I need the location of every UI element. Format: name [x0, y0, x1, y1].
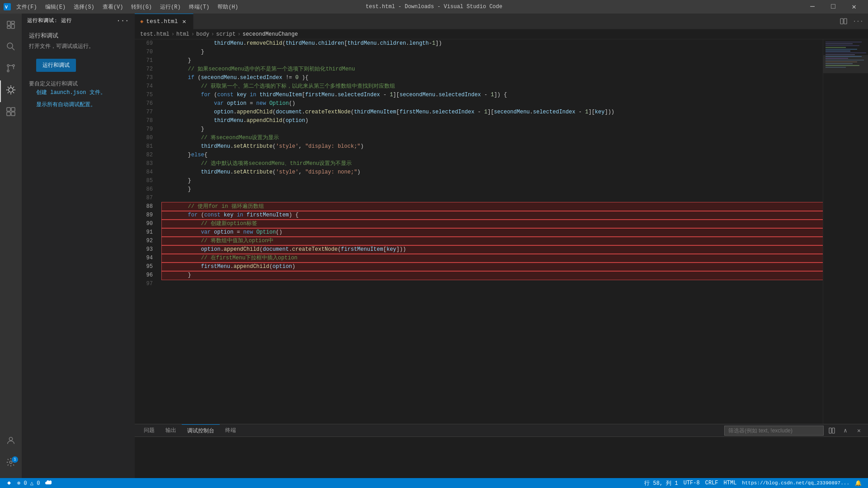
sidebar-header: 运行和调试: 运行 ··· — [22, 14, 135, 28]
svg-rect-35 — [826, 51, 850, 52]
sidebar-more-button[interactable]: ··· — [117, 17, 129, 24]
panel-close-button[interactable]: ✕ — [854, 425, 864, 436]
panel-collapse-button[interactable]: ∧ — [840, 425, 851, 436]
line-number: 83 — [138, 160, 153, 168]
status-remote[interactable] — [4, 478, 14, 488]
svg-rect-27 — [840, 19, 843, 24]
minimap[interactable] — [823, 39, 868, 424]
extensions-icon — [5, 106, 16, 120]
split-editor-button[interactable] — [837, 15, 850, 28]
line-number: 71 — [138, 56, 153, 65]
svg-rect-31 — [826, 43, 853, 44]
activity-item-account[interactable] — [0, 431, 22, 453]
breadcrumb-html[interactable]: html — [176, 31, 189, 38]
status-eol[interactable]: CRLF — [703, 478, 721, 488]
menu-file[interactable]: 文件(F) — [13, 2, 41, 12]
status-bar: ⊗ 0 △ 0 行 58, 列 1 UTF-8 CRLF HTML https:… — [0, 478, 868, 488]
maximize-button[interactable]: □ — [823, 0, 844, 14]
tab-bar-actions: ··· — [837, 15, 868, 28]
panel-tab-terminal[interactable]: 终端 — [220, 424, 241, 437]
menu-edit[interactable]: 编辑(E) — [42, 2, 70, 12]
tab-test-html[interactable]: ◈ test.html ✕ — [135, 14, 193, 29]
breadcrumb-function[interactable]: seceondMenuChange — [242, 31, 297, 38]
line-number: 77 — [138, 108, 153, 117]
panel-layout-button[interactable] — [826, 425, 837, 436]
menu-view[interactable]: 查看(V) — [99, 2, 127, 12]
line-number: 80 — [138, 134, 153, 142]
code-line: } — [162, 125, 823, 134]
line-number: 93 — [138, 245, 153, 254]
line-number: 94 — [138, 254, 153, 263]
activity-item-settings[interactable]: 1 — [0, 453, 22, 474]
svg-point-6 — [7, 43, 13, 48]
svg-rect-22 — [11, 108, 15, 111]
close-button[interactable]: ✕ — [844, 0, 864, 14]
line-number: 91 — [138, 228, 153, 237]
status-url[interactable]: https://blog.csdn.net/qq_23390897... — [739, 478, 852, 488]
more-actions-button[interactable]: ··· — [852, 15, 864, 28]
breadcrumb: test.html › html › body › script › seceo… — [135, 29, 868, 39]
html-file-icon: ◈ — [140, 18, 143, 25]
activity-item-git[interactable] — [0, 59, 22, 80]
status-errors[interactable]: ⊗ 0 △ 0 — [14, 478, 42, 488]
status-encoding[interactable]: UTF-8 — [681, 478, 703, 488]
content-area: ◈ test.html ✕ ··· test.html › html › bod… — [135, 14, 868, 478]
activity-item-debug[interactable] — [0, 80, 22, 102]
status-position[interactable]: 行 58, 列 1 — [642, 478, 680, 488]
breadcrumb-sep-1: › — [171, 31, 175, 38]
activity-item-search[interactable] — [0, 37, 22, 59]
show-debug-configs-link[interactable]: 显示所有自动调试配置。 — [29, 100, 127, 109]
svg-rect-46 — [829, 428, 831, 433]
menu-help[interactable]: 帮助(H) — [214, 2, 242, 12]
sidebar-define-text: 要自定义运行和调试 — [29, 81, 78, 87]
line-number: 76 — [138, 99, 153, 108]
activity-item-explorer[interactable] — [0, 15, 22, 37]
activity-item-extensions[interactable] — [0, 102, 22, 124]
menu-terminal[interactable]: 终端(T) — [185, 2, 213, 12]
tab-label: test.html — [146, 18, 178, 25]
code-line: var option = new Option() — [162, 99, 823, 108]
status-language[interactable]: HTML — [721, 478, 740, 488]
menu-select[interactable]: 选择(S) — [70, 2, 98, 12]
status-cloud[interactable] — [42, 478, 54, 488]
line-number: 90 — [138, 220, 153, 228]
activity-bar: 1 — [0, 14, 22, 478]
activity-bar-bottom: 1 — [0, 431, 22, 478]
line-number: 69 — [138, 39, 153, 48]
svg-point-26 — [9, 461, 12, 464]
filter-input[interactable] — [724, 426, 824, 436]
status-bell[interactable]: 🔔 — [852, 478, 864, 488]
svg-rect-4 — [11, 24, 14, 28]
svg-rect-37 — [826, 54, 855, 55]
status-bar-right: 行 58, 列 1 UTF-8 CRLF HTML https://blog.c… — [642, 478, 864, 488]
run-debug-button[interactable]: 运行和调试 — [36, 59, 76, 72]
tab-close-button[interactable]: ✕ — [180, 18, 188, 25]
line-number: 88 — [138, 202, 153, 211]
menu-goto[interactable]: 转到(G) — [127, 2, 156, 12]
create-launch-json-link[interactable]: 创建 launch.json 文件。 — [29, 88, 127, 97]
code-line: for (const key in thirdMenuItem[firstMen… — [162, 91, 823, 99]
line-number: 74 — [138, 82, 153, 91]
svg-rect-5 — [7, 26, 10, 28]
code-line: if (seceondMenu.selectedIndex != 0 ){ — [162, 74, 823, 82]
menu-run[interactable]: 运行(R) — [156, 2, 184, 12]
panel-tab-debug-console[interactable]: 调试控制台 — [182, 424, 220, 437]
search-icon — [5, 41, 16, 55]
breadcrumb-file[interactable]: test.html — [140, 31, 170, 38]
svg-rect-28 — [844, 19, 847, 24]
panel-tab-problems[interactable]: 问题 — [138, 424, 160, 437]
code-line: option.appendChild(document.createTextNo… — [162, 108, 823, 117]
breadcrumb-body[interactable]: body — [196, 31, 209, 38]
breadcrumb-script[interactable]: script — [216, 31, 236, 38]
svg-point-8 — [7, 70, 9, 72]
line-number: 84 — [138, 168, 153, 177]
code-content[interactable]: thirdMenu.removeChild(thirdMenu.children… — [160, 39, 823, 424]
line-number: 70 — [138, 48, 153, 56]
titlebar-controls: ─ □ ✕ — [802, 0, 864, 14]
editor-area: 6970717273747576777879808182838485868788… — [135, 39, 868, 424]
code-line: }else{ — [162, 151, 823, 160]
code-editor[interactable]: 6970717273747576777879808182838485868788… — [135, 39, 823, 424]
titlebar-left: V 文件(F) 编辑(E) 选择(S) 查看(V) 转到(G) 运行(R) 终端… — [4, 2, 242, 12]
minimize-button[interactable]: ─ — [802, 0, 823, 14]
panel-tab-output[interactable]: 输出 — [160, 424, 182, 437]
